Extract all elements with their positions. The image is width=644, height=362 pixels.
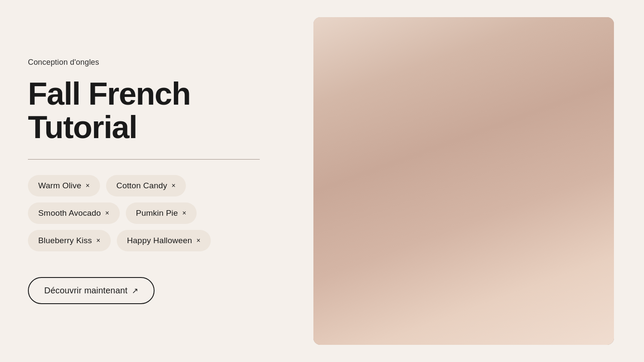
divider <box>28 159 260 160</box>
close-icon[interactable]: × <box>96 237 100 244</box>
main-title: Fall French Tutorial <box>28 77 275 144</box>
tags-row-1: Warm Olive × Cotton Candy × <box>28 175 275 196</box>
cta-label: Découvrir maintenant <box>44 286 128 296</box>
nail-art-image <box>313 17 614 345</box>
tag-blueberry-kiss[interactable]: Blueberry Kiss × <box>28 230 111 251</box>
tag-warm-olive[interactable]: Warm Olive × <box>28 175 100 196</box>
close-icon[interactable]: × <box>85 182 90 189</box>
tag-smooth-avocado[interactable]: Smooth Avocado × <box>28 202 120 224</box>
tag-label: Smooth Avocado <box>38 208 101 218</box>
tag-label: Cotton Candy <box>116 181 167 190</box>
close-icon[interactable]: × <box>105 210 109 217</box>
arrow-icon: ↗ <box>132 286 138 296</box>
category-label: Conception d'ongles <box>28 58 275 67</box>
tag-label: Warm Olive <box>38 181 81 190</box>
close-icon[interactable]: × <box>182 210 187 217</box>
close-icon[interactable]: × <box>171 182 176 189</box>
tag-cotton-candy[interactable]: Cotton Candy × <box>106 175 186 196</box>
right-panel <box>301 0 644 362</box>
tag-label: Pumkin Pie <box>136 208 178 218</box>
tags-row-3: Blueberry Kiss × Happy Halloween × <box>28 230 275 251</box>
close-icon[interactable]: × <box>196 237 200 244</box>
tags-container: Warm Olive × Cotton Candy × Smooth Avoca… <box>28 175 275 251</box>
tag-pumkin-pie[interactable]: Pumkin Pie × <box>126 202 197 224</box>
tag-label: Blueberry Kiss <box>38 236 92 245</box>
tags-row-2: Smooth Avocado × Pumkin Pie × <box>28 202 275 224</box>
tag-happy-halloween[interactable]: Happy Halloween × <box>117 230 211 251</box>
cta-button[interactable]: Découvrir maintenant ↗ <box>28 277 155 304</box>
left-panel: Conception d'ongles Fall French Tutorial… <box>0 0 301 362</box>
tag-label: Happy Halloween <box>127 236 192 245</box>
